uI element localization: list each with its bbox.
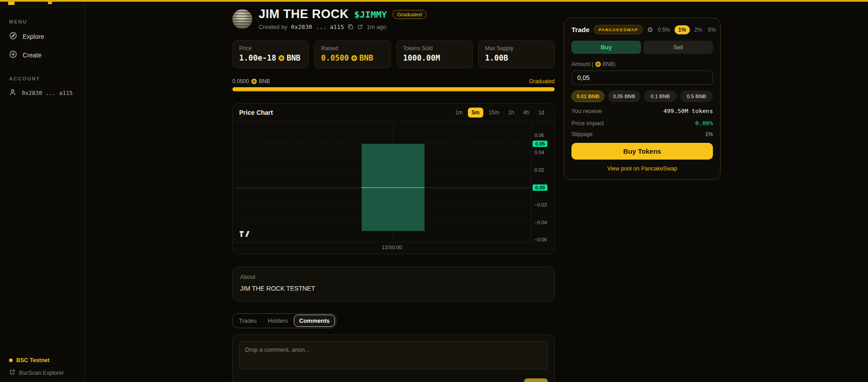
sidebar-item-explore[interactable]: Explore xyxy=(0,27,85,46)
timeframe-1d[interactable]: 1d xyxy=(535,108,548,118)
trade-panel: Trade PANCAKESWAP ⚙ 0.5% 1% 2% 5% Buy Se… xyxy=(564,18,721,180)
stat-value: 1.00B xyxy=(485,53,548,62)
chart-price-axis[interactable]: 0.060.050.040.020.00−0.02−0.04−0.06 xyxy=(531,122,554,242)
bnb-icon xyxy=(251,79,257,84)
sidebar-footer: BSC Testnet BscScan Explorer xyxy=(0,354,85,382)
graduated-badge: Graduated xyxy=(392,10,427,19)
progress-bar xyxy=(232,87,555,91)
price-axis-tick: 0.02 xyxy=(534,167,544,173)
you-receive-label: You receive xyxy=(571,108,602,114)
bnb-icon xyxy=(351,55,357,61)
stat-card-price: Price 1.00e-18 BNB xyxy=(232,40,309,68)
tradingview-logo-icon[interactable] xyxy=(240,231,250,239)
candle-close-line xyxy=(362,187,425,188)
top-divider xyxy=(0,5,868,5)
progress-right-label: Graduated xyxy=(529,78,555,85)
stat-label: Raised xyxy=(321,45,384,52)
tab-trades[interactable]: Trades xyxy=(234,315,262,326)
sell-tab[interactable]: Sell xyxy=(643,41,713,54)
created-row: Created by 0x2830 ... a115 1m xyxy=(259,24,427,30)
chart-body[interactable]: 0.060.050.040.020.00−0.02−0.04−0.06 xyxy=(233,122,554,242)
quick-amount-0-1[interactable]: 0.1 BNB xyxy=(644,90,677,102)
slippage-option-0-5[interactable]: 0.5% xyxy=(656,26,671,34)
stat-label: Price xyxy=(239,45,302,52)
chart-title: Price Chart xyxy=(239,109,273,116)
bnb-icon xyxy=(595,61,601,67)
price-axis-tick: 0.06 xyxy=(534,132,544,138)
timeframe-1h[interactable]: 1h xyxy=(505,108,518,118)
price-impact-value: 0.00% xyxy=(695,120,713,127)
timeframe-1m[interactable]: 1m xyxy=(452,108,467,118)
stat-value: 1.00e-18 BNB xyxy=(239,53,302,62)
chart-gridline xyxy=(235,135,531,136)
chart-time-axis[interactable]: 13:50:00 xyxy=(233,242,531,254)
quick-amount-0-05[interactable]: 0.05 BNB xyxy=(608,90,641,102)
comments-card: 0/500 Post xyxy=(232,335,555,382)
slippage-value: 1% xyxy=(705,131,713,137)
page-root: MENU Explore Create ACCOUNT xyxy=(0,0,868,382)
sidebar-menu-label: MENU xyxy=(9,19,85,24)
comment-input[interactable] xyxy=(239,341,548,369)
creator-address: 0x2830 ... a115 xyxy=(291,24,344,30)
chart-gridline xyxy=(235,240,531,240)
stats-row: Price 1.00e-18 BNB Raised 0.0500 xyxy=(232,40,555,68)
trade-title: Trade xyxy=(571,26,590,33)
sidebar-item-create[interactable]: Create xyxy=(0,46,85,64)
sidebar-account-address[interactable]: 0x2830 ... a115 xyxy=(0,84,85,102)
sidebar-header-divider xyxy=(0,7,85,7)
slippage-option-1[interactable]: 1% xyxy=(675,25,689,34)
token-header-text: JIM THE ROCK $JIMMY Graduated Created by… xyxy=(259,7,427,30)
about-description: JIM THE ROCK TESTNET xyxy=(240,285,547,292)
account-address-text: 0x2830 ... a115 xyxy=(22,90,73,96)
sidebar-account-label: ACCOUNT xyxy=(9,76,85,81)
amount-input[interactable] xyxy=(571,71,713,85)
timeframe-15m[interactable]: 15m xyxy=(485,108,503,118)
buy-tab[interactable]: Buy xyxy=(571,41,641,54)
chart-plot-area[interactable] xyxy=(235,122,531,242)
price-axis-badge: 0.00 xyxy=(533,184,547,191)
created-by-label: Created by xyxy=(259,24,288,30)
external-link-icon[interactable] xyxy=(357,24,363,30)
token-ticker: $JIMMY xyxy=(354,9,387,20)
post-button[interactable]: Post xyxy=(524,378,548,382)
quick-amount-0-01[interactable]: 0.01 BNB xyxy=(571,90,604,102)
price-chart-panel: Price Chart 1m 5m 15m 1h 4h 1d xyxy=(232,103,555,254)
sidebar: MENU Explore Create ACCOUNT xyxy=(0,0,85,382)
copy-icon[interactable] xyxy=(348,24,354,30)
progress-bar-fill xyxy=(232,87,555,91)
amount-label: Amount ( BNB) xyxy=(571,61,713,67)
stat-label: Tokens Sold xyxy=(403,45,466,52)
slippage-row: Slippage 1% xyxy=(571,131,713,137)
timeframe-5m[interactable]: 5m xyxy=(468,108,483,118)
you-receive-row: You receive 499.50M tokens xyxy=(571,108,713,114)
pancakeswap-badge: PANCAKESWAP xyxy=(594,25,643,34)
token-avatar xyxy=(232,9,252,29)
sidebar-item-label: Create xyxy=(23,52,42,59)
gear-icon[interactable]: ⚙ xyxy=(647,26,653,33)
stat-value: 1000.00M xyxy=(403,53,466,62)
token-header: JIM THE ROCK $JIMMY Graduated Created by… xyxy=(232,7,555,30)
timeframe-selector: 1m 5m 15m 1h 4h 1d xyxy=(452,108,548,118)
bnb-icon xyxy=(278,55,284,61)
explorer-link[interactable]: BscScan Explorer xyxy=(6,366,85,379)
main-column: JIM THE ROCK $JIMMY Graduated Created by… xyxy=(232,0,555,382)
price-axis-tick: −0.06 xyxy=(534,237,547,242)
logo-fragment xyxy=(48,2,52,4)
stat-card-max-supply: Max Supply 1.00B xyxy=(478,40,555,68)
price-axis-tick: −0.02 xyxy=(534,202,547,208)
external-link-icon xyxy=(9,369,15,377)
slippage-option-2[interactable]: 2% xyxy=(693,26,703,34)
price-axis-tick: 0.04 xyxy=(534,150,544,155)
quick-amount-0-5[interactable]: 0.5 BNB xyxy=(680,90,713,102)
pancakeswap-pool-link[interactable]: View pool on PancakeSwap xyxy=(571,165,713,172)
tab-comments[interactable]: Comments xyxy=(294,315,335,327)
tab-holders[interactable]: Holders xyxy=(263,315,293,326)
buy-tokens-button[interactable]: Buy Tokens xyxy=(571,143,713,160)
network-name: BSC Testnet xyxy=(16,357,49,363)
slippage-option-5[interactable]: 5% xyxy=(707,26,717,34)
price-axis-tick: −0.04 xyxy=(534,220,547,225)
quick-amounts: 0.01 BNB 0.05 BNB 0.1 BNB 0.5 BNB xyxy=(571,90,713,102)
stat-card-tokens-sold: Tokens Sold 1000.00M xyxy=(396,40,473,68)
timeframe-4h[interactable]: 4h xyxy=(519,108,533,118)
network-status: BSC Testnet xyxy=(6,354,85,366)
